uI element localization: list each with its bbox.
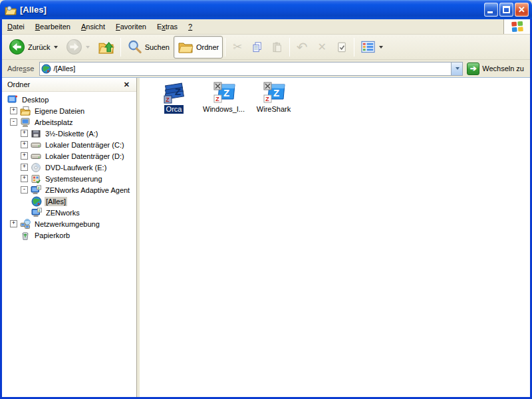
toolbar-separator bbox=[289, 38, 290, 57]
menu-help[interactable]: ? bbox=[183, 19, 198, 34]
tree-item-dvd-e[interactable]: + DVD-Laufwerk (E:) bbox=[2, 162, 136, 173]
svg-text:Z: Z bbox=[175, 86, 181, 97]
folders-button[interactable]: Ordner bbox=[174, 36, 223, 59]
menu-bearbeiten[interactable]: Bearbeiten bbox=[30, 19, 76, 34]
zenworks-bundle-unavailable-icon: Z Z bbox=[212, 81, 236, 104]
back-label: Zurück bbox=[28, 43, 51, 51]
my-documents-icon bbox=[20, 106, 31, 116]
hard-drive-icon bbox=[31, 151, 41, 162]
toolbar-separator bbox=[120, 38, 121, 57]
windows-logo-icon bbox=[511, 20, 524, 33]
zenworks-monitor-icon: z bbox=[31, 207, 42, 218]
file-label: Orca bbox=[164, 105, 184, 114]
views-dropdown-caret-icon[interactable] bbox=[379, 46, 383, 49]
forward-button[interactable] bbox=[62, 36, 94, 59]
menu-favoriten[interactable]: Favoriten bbox=[110, 19, 152, 34]
file-label: Windows_I... bbox=[201, 105, 247, 114]
zenworks-monitor-icon: z bbox=[31, 185, 41, 196]
expand-icon[interactable]: + bbox=[21, 175, 28, 182]
tree-item-eigene-dateien[interactable]: + Eigene Dateien bbox=[2, 105, 136, 116]
folder-window-icon bbox=[5, 4, 17, 16]
menu-datei[interactable]: Datei bbox=[2, 19, 30, 34]
tree-item-systemsteuerung[interactable]: + Systemsteuerung bbox=[2, 173, 136, 184]
expand-icon[interactable]: + bbox=[21, 152, 28, 160]
tree-item-diskette-a[interactable]: + 3½-Diskette (A:) bbox=[2, 128, 136, 139]
titlebar[interactable]: [Alles] ✕ bbox=[0, 0, 532, 19]
delete-icon: ✕ bbox=[317, 42, 326, 53]
tree-item-arbeitsplatz[interactable]: - Arbeitsplatz bbox=[2, 116, 136, 128]
go-arrow-icon: ➔ bbox=[467, 63, 479, 75]
forward-dropdown-caret-icon[interactable] bbox=[86, 46, 90, 49]
go-button[interactable]: ➔ Wechseln zu bbox=[466, 62, 527, 76]
back-button[interactable]: Zurück bbox=[5, 36, 62, 59]
file-item-wireshark[interactable]: Z Z WireShark bbox=[249, 81, 299, 114]
svg-text:Z: Z bbox=[166, 96, 170, 103]
go-label: Wechseln zu bbox=[482, 65, 524, 72]
address-dropdown-button[interactable] bbox=[451, 63, 462, 75]
properties-icon bbox=[336, 40, 348, 55]
properties-button[interactable] bbox=[332, 36, 352, 59]
expand-icon[interactable]: + bbox=[21, 141, 28, 148]
folders-panel-close-icon[interactable]: ✕ bbox=[122, 80, 131, 89]
files-panel[interactable]: Z Z Orca Z Z W bbox=[140, 78, 530, 397]
file-item-orca[interactable]: Z Z Orca bbox=[149, 81, 199, 114]
cut-icon: ✂ bbox=[233, 41, 242, 53]
tree-item-zenworks-adaptive-agent[interactable]: - z ZENworks Adaptive Agent bbox=[2, 184, 136, 196]
maximize-button[interactable] bbox=[499, 3, 513, 17]
expand-icon[interactable]: + bbox=[21, 130, 28, 137]
tree-item-drive-d[interactable]: + Lokaler Datenträger (D:) bbox=[2, 150, 136, 162]
expand-icon[interactable]: + bbox=[10, 220, 17, 227]
address-label: Adresse bbox=[5, 65, 36, 72]
collapse-icon[interactable]: - bbox=[10, 118, 17, 126]
expand-icon[interactable]: + bbox=[10, 107, 17, 114]
menu-ansicht[interactable]: Ansicht bbox=[76, 19, 110, 34]
collapse-icon[interactable]: - bbox=[21, 186, 28, 194]
back-icon bbox=[9, 39, 25, 55]
dvd-drive-icon bbox=[31, 162, 41, 173]
file-label: WireShark bbox=[255, 105, 293, 114]
toolbar: Zurück bbox=[2, 35, 530, 60]
explorer-window: [Alles] ✕ Datei Bearbeiten Ansicht Favor… bbox=[0, 0, 532, 399]
paste-button[interactable] bbox=[267, 36, 287, 59]
back-dropdown-caret-icon[interactable] bbox=[54, 46, 58, 49]
undo-icon: ↶ bbox=[297, 41, 308, 54]
address-input[interactable]: /[Alles] bbox=[39, 62, 463, 76]
network-icon bbox=[20, 219, 31, 229]
views-button[interactable] bbox=[356, 36, 387, 59]
menu-bar: Datei Bearbeiten Ansicht Favoriten Extra… bbox=[2, 19, 530, 35]
copy-icon bbox=[251, 40, 263, 55]
folders-panel-title: Ordner bbox=[7, 80, 122, 88]
up-button[interactable] bbox=[94, 36, 118, 59]
folder-up-icon bbox=[98, 39, 114, 55]
menu-spacer bbox=[198, 19, 503, 34]
minimize-button[interactable] bbox=[484, 3, 498, 17]
svg-text:Z: Z bbox=[265, 96, 269, 102]
tree-item-netzwerkumgebung[interactable]: + Netzwerkumgebung bbox=[2, 218, 136, 229]
address-globe-icon bbox=[41, 64, 51, 74]
tree-item-papierkorb[interactable]: Papierkorb bbox=[2, 229, 136, 241]
menu-extras[interactable]: Extras bbox=[152, 19, 183, 34]
file-item-windows-i[interactable]: Z Z Windows_I... bbox=[199, 81, 249, 114]
search-button[interactable]: Suchen bbox=[123, 36, 174, 59]
close-button[interactable]: ✕ bbox=[515, 3, 529, 17]
svg-text:z: z bbox=[39, 208, 41, 212]
minimize-icon bbox=[487, 11, 493, 13]
globe-icon bbox=[31, 196, 42, 207]
cut-button[interactable]: ✂ bbox=[227, 36, 247, 59]
undo-button[interactable]: ↶ bbox=[292, 36, 312, 59]
address-value[interactable]: /[Alles] bbox=[51, 65, 451, 72]
tree-item-alles[interactable]: [Alles] bbox=[2, 196, 136, 207]
zenworks-bundle-selected-icon: Z Z bbox=[162, 81, 186, 104]
svg-text:Z: Z bbox=[215, 96, 219, 102]
tree-item-desktop[interactable]: Desktop bbox=[2, 94, 136, 105]
svg-text:Z: Z bbox=[273, 87, 279, 98]
expand-icon[interactable]: + bbox=[21, 164, 28, 171]
toolbar-separator bbox=[225, 38, 225, 57]
folder-tree: Desktop + Eigene Dateien - bbox=[2, 92, 136, 397]
content-area: Ordner ✕ Desktop + bbox=[2, 78, 530, 397]
tree-item-zenworks[interactable]: z ZENworks bbox=[2, 207, 136, 218]
tree-item-drive-c[interactable]: + Lokaler Datenträger (C:) bbox=[2, 139, 136, 150]
my-computer-icon bbox=[20, 117, 31, 128]
copy-button[interactable] bbox=[247, 36, 267, 59]
delete-button[interactable]: ✕ bbox=[312, 36, 332, 59]
